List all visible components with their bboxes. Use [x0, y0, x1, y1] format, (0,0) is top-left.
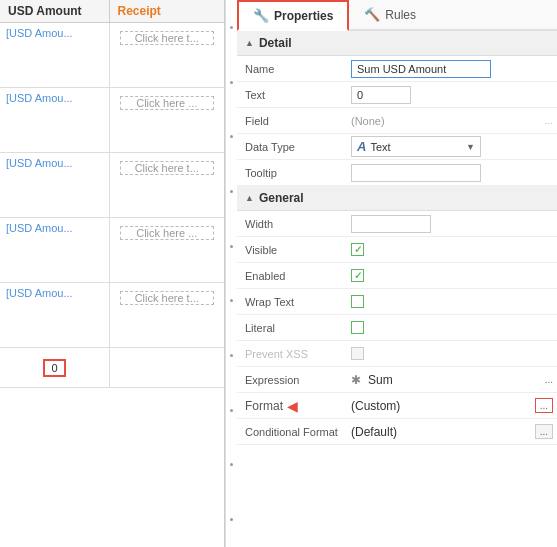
- prop-row-field: Field (None) ...: [237, 108, 557, 134]
- click-here-3[interactable]: Click here t...: [120, 161, 214, 175]
- expression-value: Sum: [368, 373, 393, 387]
- cell-usd-4: [USD Amou...: [0, 218, 110, 282]
- grid-panel: USD Amount Receipt [USD Amou... Click he…: [0, 0, 225, 547]
- visible-checkbox[interactable]: [351, 243, 364, 256]
- text-label: Text: [237, 85, 347, 105]
- wrap-text-label: Wrap Text: [237, 292, 347, 312]
- enabled-value-container[interactable]: [347, 267, 557, 284]
- tab-properties-label: Properties: [274, 9, 333, 23]
- literal-label: Literal: [237, 318, 347, 338]
- format-dots-button[interactable]: ...: [535, 398, 553, 413]
- expression-dots-button[interactable]: ...: [545, 374, 553, 385]
- general-chevron-icon: ▲: [245, 193, 254, 203]
- detail-section-header[interactable]: ▲ Detail: [237, 31, 557, 56]
- field-value-container: (None) ...: [347, 113, 557, 129]
- name-label: Name: [237, 59, 347, 79]
- wrap-text-value-container[interactable]: [347, 293, 557, 310]
- data-type-icon: A: [357, 139, 366, 154]
- prop-row-expression: Expression ✱ Sum ...: [237, 367, 557, 393]
- data-type-text: Text: [370, 141, 466, 153]
- prevent-xss-label: Prevent XSS: [237, 344, 347, 364]
- format-arrow-icon: ◀: [287, 398, 298, 414]
- dots-column: [225, 0, 237, 547]
- dot: [230, 518, 233, 521]
- dot: [230, 463, 233, 466]
- dot: [230, 299, 233, 302]
- prevent-xss-value-container[interactable]: [347, 345, 557, 362]
- prop-row-name: Name: [237, 56, 557, 82]
- right-panel: 🔧 Properties 🔨 Rules ▲ Detail Name Text: [237, 0, 557, 547]
- visible-value-container[interactable]: [347, 241, 557, 258]
- dot: [230, 409, 233, 412]
- cell-usd-1: [USD Amou...: [0, 23, 110, 87]
- dot: [230, 81, 233, 84]
- literal-checkbox[interactable]: [351, 321, 364, 334]
- expression-label: Expression: [237, 370, 347, 390]
- click-here-5[interactable]: Click here t...: [120, 291, 214, 305]
- tooltip-value-container[interactable]: [347, 162, 557, 184]
- table-row: [USD Amou... Click here ...: [0, 88, 224, 153]
- cell-usd-2: [USD Amou...: [0, 88, 110, 152]
- click-here-4[interactable]: Click here ...: [120, 226, 214, 240]
- detail-section-title: Detail: [259, 36, 292, 50]
- cell-usd-5: [USD Amou...: [0, 283, 110, 347]
- prop-row-width: Width: [237, 211, 557, 237]
- data-type-select[interactable]: A Text ▼: [351, 136, 481, 157]
- click-here-2[interactable]: Click here ...: [120, 96, 214, 110]
- properties-icon: 🔧: [253, 8, 269, 23]
- cell-click-3[interactable]: Click here t...: [110, 153, 224, 217]
- name-value-container[interactable]: [347, 58, 557, 80]
- general-section-title: General: [259, 191, 304, 205]
- prop-row-tooltip: Tooltip: [237, 160, 557, 186]
- prop-row-literal: Literal: [237, 315, 557, 341]
- cond-format-value: (Default): [351, 425, 397, 439]
- text-value-container[interactable]: [347, 84, 557, 106]
- expression-icon: ✱: [351, 373, 361, 387]
- prevent-xss-checkbox[interactable]: [351, 347, 364, 360]
- table-row: [USD Amou... Click here t...: [0, 283, 224, 348]
- tab-properties[interactable]: 🔧 Properties: [237, 0, 349, 31]
- format-value-container[interactable]: (Custom) ...: [347, 396, 557, 415]
- cell-click-2[interactable]: Click here ...: [110, 88, 224, 152]
- width-input[interactable]: [351, 215, 431, 233]
- prop-row-visible: Visible: [237, 237, 557, 263]
- tooltip-input[interactable]: [351, 164, 481, 182]
- table-row: [USD Amou... Click here t...: [0, 153, 224, 218]
- name-input[interactable]: [351, 60, 491, 78]
- zero-value-box: 0: [43, 359, 65, 377]
- col1-header: USD Amount: [0, 0, 110, 22]
- click-here-1[interactable]: Click here t...: [120, 31, 214, 45]
- cond-format-value-container[interactable]: (Default) ...: [347, 422, 557, 441]
- general-section-header[interactable]: ▲ General: [237, 186, 557, 211]
- field-dots[interactable]: ...: [545, 115, 553, 126]
- tab-rules-label: Rules: [385, 8, 416, 22]
- prop-row-data-type: Data Type A Text ▼: [237, 134, 557, 160]
- format-value: (Custom): [351, 399, 400, 413]
- data-type-label: Data Type: [237, 137, 347, 157]
- cell-usd-3: [USD Amou...: [0, 153, 110, 217]
- prop-row-text: Text: [237, 82, 557, 108]
- enabled-checkbox[interactable]: [351, 269, 364, 282]
- cond-format-label: Conditional Format: [237, 422, 347, 442]
- text-input[interactable]: [351, 86, 411, 104]
- width-value-container[interactable]: [347, 213, 557, 235]
- cell-click-4[interactable]: Click here ...: [110, 218, 224, 282]
- enabled-label: Enabled: [237, 266, 347, 286]
- literal-value-container[interactable]: [347, 319, 557, 336]
- tab-rules[interactable]: 🔨 Rules: [349, 0, 431, 29]
- cell-click-1[interactable]: Click here t...: [110, 23, 224, 87]
- grid-rows: [USD Amou... Click here t... [USD Amou..…: [0, 23, 224, 547]
- cond-format-dots-button[interactable]: ...: [535, 424, 553, 439]
- table-row-bottom: 0: [0, 348, 224, 388]
- expression-value-container[interactable]: ✱ Sum ...: [347, 371, 557, 389]
- dot: [230, 135, 233, 138]
- table-row: [USD Amou... Click here ...: [0, 218, 224, 283]
- tab-bar: 🔧 Properties 🔨 Rules: [237, 0, 557, 31]
- data-type-value-container[interactable]: A Text ▼: [347, 134, 557, 159]
- value-cell-zero: 0: [0, 348, 110, 387]
- dot: [230, 245, 233, 248]
- wrap-text-checkbox[interactable]: [351, 295, 364, 308]
- cell-click-5[interactable]: Click here t...: [110, 283, 224, 347]
- dot: [230, 190, 233, 193]
- field-label: Field: [237, 111, 347, 131]
